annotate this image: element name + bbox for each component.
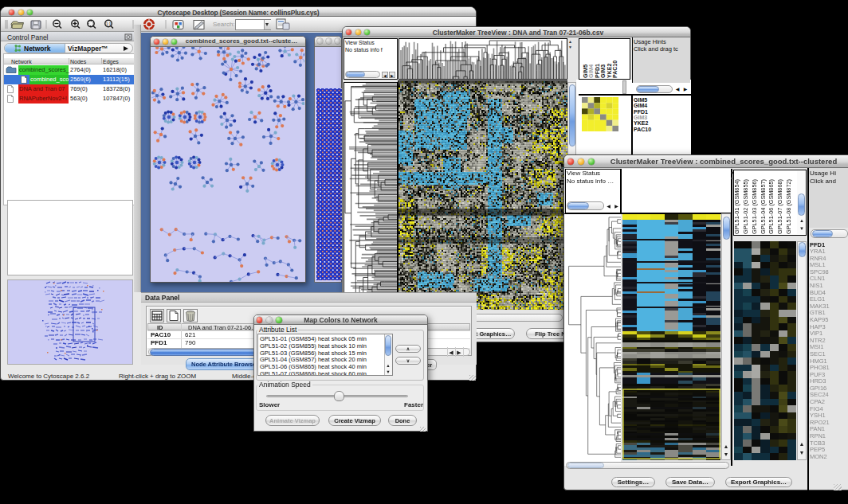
svg-text:PAC10: PAC10	[612, 61, 618, 78]
svg-text:GPL51-04 (GSM857): GPL51-04 (GSM857)	[760, 179, 767, 234]
svg-text:YKE2: YKE2	[607, 64, 612, 78]
svg-text:GIM3: GIM3	[600, 64, 606, 78]
svg-text:GPL51-08 (GSM872): GPL51-08 (GSM872)	[785, 179, 792, 234]
svg-text:GPL51-03 (GSM856): GPL51-03 (GSM856)	[751, 179, 758, 234]
svg-text:GPL51-01 (GSM854): GPL51-01 (GSM854)	[733, 179, 740, 234]
svg-text:PFD1: PFD1	[595, 64, 600, 78]
svg-text:1:1: 1:1	[106, 22, 112, 26]
svg-text:GPL51-07 (GSM868): GPL51-07 (GSM868)	[776, 179, 783, 234]
svg-text:GIM4: GIM4	[588, 64, 594, 78]
svg-text:GPL51-06 (GSM865): GPL51-06 (GSM865)	[768, 179, 775, 234]
svg-text:GIM5: GIM5	[583, 64, 588, 78]
svg-text:GPL51-02 (GSM855): GPL51-02 (GSM855)	[742, 179, 749, 234]
